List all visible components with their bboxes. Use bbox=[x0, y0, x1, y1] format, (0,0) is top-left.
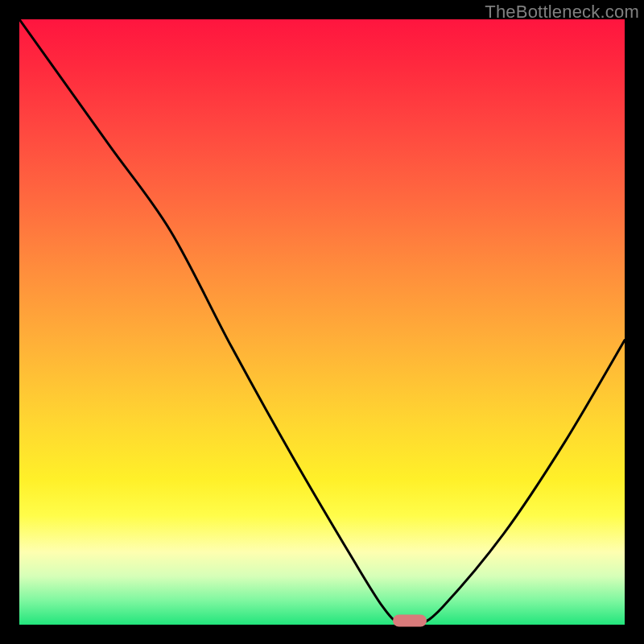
watermark-text: TheBottleneck.com bbox=[485, 2, 639, 23]
optimal-marker bbox=[393, 614, 427, 626]
plot-area bbox=[19, 19, 625, 625]
curve-path bbox=[19, 19, 625, 625]
chart-frame: TheBottleneck.com bbox=[0, 0, 644, 644]
bottleneck-curve bbox=[19, 19, 625, 625]
